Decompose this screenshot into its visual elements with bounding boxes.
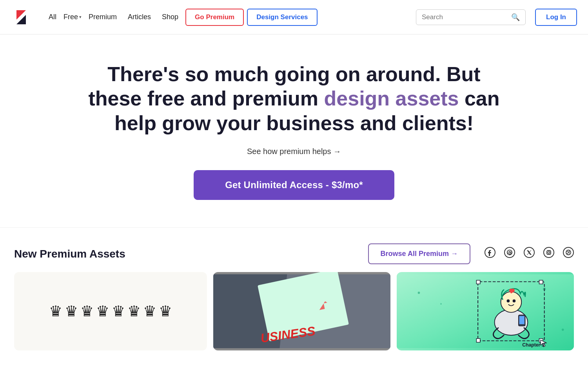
svg-rect-20 <box>476 280 480 284</box>
hero-title: There's so much going on around. But the… <box>78 62 510 135</box>
nav-links: All Free ▾ Premium Articles Shop Go Prem… <box>45 9 407 26</box>
nav-shop[interactable]: Shop <box>158 11 182 24</box>
crown-icon-4: ♛ <box>96 304 109 319</box>
svg-point-18 <box>562 328 564 331</box>
pinterest-icon[interactable] <box>504 247 515 261</box>
svg-point-25 <box>501 292 522 312</box>
crown-icon-5: ♛ <box>112 304 125 319</box>
svg-point-7 <box>548 252 550 254</box>
navbar: All Free ▾ Premium Articles Shop Go Prem… <box>0 0 588 34</box>
svg-rect-14 <box>397 274 574 348</box>
nav-premium[interactable]: Premium <box>85 11 121 24</box>
hero-section: There's so much going on around. But the… <box>0 34 588 223</box>
card-character[interactable]: Chapter 3 <box>397 272 574 350</box>
search-input[interactable] <box>422 13 508 21</box>
svg-point-5 <box>544 247 554 258</box>
cards-row: ♛ ♛ ♛ ♛ ♛ ♛ ♛ ♛ USINESS <box>0 272 588 350</box>
nav-articles[interactable]: Articles <box>124 11 155 24</box>
facebook-icon[interactable] <box>485 247 495 261</box>
design-services-button[interactable]: Design Services <box>247 9 317 26</box>
svg-point-15 <box>418 292 420 294</box>
free-dropdown-icon: ▾ <box>79 15 82 20</box>
svg-point-16 <box>440 303 442 305</box>
svg-rect-29 <box>519 316 524 324</box>
svg-text:Chapter 3: Chapter 3 <box>522 343 544 348</box>
social-icons <box>485 247 574 261</box>
card-crowns[interactable]: ♛ ♛ ♛ ♛ ♛ ♛ ♛ ♛ <box>14 272 207 350</box>
dribbble-icon[interactable] <box>563 247 574 261</box>
svg-rect-6 <box>547 250 551 254</box>
svg-rect-22 <box>476 339 480 342</box>
browse-premium-button[interactable]: Browse All Premium → <box>368 243 470 264</box>
section-bar: New Premium Assets Browse All Premium → <box>0 227 588 272</box>
logo[interactable] <box>11 7 31 27</box>
crown-icon-1: ♛ <box>49 304 62 319</box>
svg-point-3 <box>505 247 515 258</box>
svg-point-26 <box>507 299 510 303</box>
go-premium-button[interactable]: Go Premium <box>185 9 244 26</box>
nav-free[interactable]: Free ▾ <box>64 13 82 21</box>
section-title: New Premium Assets <box>14 248 368 260</box>
svg-rect-21 <box>539 280 543 284</box>
search-box: 🔍 <box>416 9 526 25</box>
instagram-icon[interactable] <box>543 247 554 261</box>
crown-icon-3: ♛ <box>80 304 94 319</box>
login-button[interactable]: Log In <box>535 9 577 26</box>
search-icon: 🔍 <box>511 13 520 22</box>
crown-icon-7: ♛ <box>143 304 156 319</box>
hero-subtitle[interactable]: See how premium helps → <box>16 147 572 156</box>
card-paper[interactable]: USINESS <box>213 272 390 350</box>
svg-point-27 <box>513 299 516 303</box>
crown-icon-6: ♛ <box>127 304 141 319</box>
crown-icon-2: ♛ <box>65 304 78 319</box>
x-twitter-icon[interactable] <box>524 247 535 261</box>
crown-icon-8: ♛ <box>159 304 172 319</box>
cta-button[interactable]: Get Unlimited Access - $3/mo* <box>194 170 394 200</box>
nav-all[interactable]: All <box>45 11 60 24</box>
svg-point-8 <box>550 250 551 251</box>
